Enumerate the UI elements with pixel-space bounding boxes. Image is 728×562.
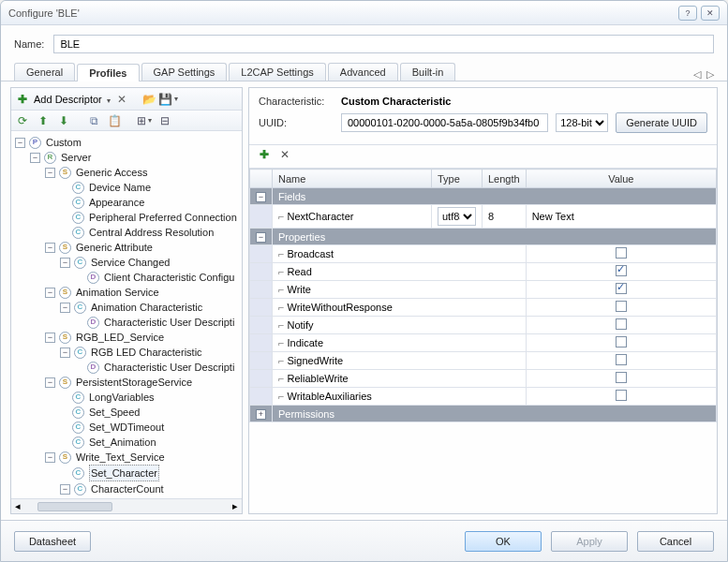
copy-icon[interactable]: ⧉ [86,113,101,128]
tab-next-icon[interactable]: ▷ [706,68,714,81]
prop-label: Read [288,266,312,277]
close-icon[interactable]: ✕ [701,6,720,21]
tab-general[interactable]: General [14,63,75,81]
tree-node[interactable]: Characteristic User Descripti [104,360,234,375]
titlebar: Configure 'BLE' ? ✕ [1,1,727,25]
tree-node[interactable]: Set_Speed [89,405,140,420]
apply-button[interactable]: Apply [551,531,628,552]
collapse-icon[interactable]: ⊟ [157,113,172,128]
tree-node[interactable]: RGB_LED_Service [76,330,164,345]
prop-label: ReliableWrite [288,373,349,384]
datasheet-button[interactable]: Datasheet [14,531,91,552]
right-panel: Characteristic: Custom Characteristic UU… [248,87,718,514]
tab-l2cap[interactable]: L2CAP Settings [229,63,325,81]
uuid-size-select[interactable]: 128-bit [556,113,608,132]
prop-checkbox[interactable] [616,247,627,259]
tree-node[interactable]: Set_Animation [89,435,156,450]
field-value[interactable]: New Text [526,205,716,229]
tree-node[interactable]: Server [61,150,91,165]
uuid-label: UUID: [259,117,334,128]
tree-node-selected[interactable]: Set_Character [89,465,159,481]
tree-node[interactable]: Generic Access [76,165,147,180]
prop-checkbox[interactable] [616,354,627,365]
prop-label: Indicate [288,337,324,348]
tree-node[interactable]: Set_WDTimeout [89,420,164,435]
profile-tree[interactable]: −PCustom −RServer −SGeneric Access CDevi… [13,135,240,498]
footer: Datasheet OK Apply Cancel [1,520,727,561]
tab-builtin[interactable]: Built-in [400,63,456,81]
uuid-input[interactable] [341,113,548,132]
tree-node[interactable]: PersistentStorageService [76,375,192,390]
add-field-icon[interactable]: ✚ [257,147,272,162]
tree-node[interactable]: Appearance [89,195,144,210]
characteristic-name: Custom Characteristic [341,96,451,107]
left-panel: ✚ Add Descriptor ✕ 📂 💾 ⟳ ⬆ ⬇ ⧉ 📋 ⊞ ⊟ −PC… [10,87,243,514]
name-label: Name: [14,38,44,50]
delete-field-icon[interactable]: ✕ [277,147,292,162]
prop-checkbox[interactable] [616,318,627,330]
tree-node[interactable]: Service Changed [91,255,170,270]
tree-expander[interactable]: − [15,138,25,148]
expand-icon[interactable]: ⊞ [137,113,152,128]
tree-node[interactable]: CharacterCount [91,481,164,496]
open-icon[interactable]: 📂 [142,92,157,107]
prop-checkbox[interactable] [616,390,627,401]
tree-node[interactable]: Generic Attribute [76,240,153,255]
ok-button[interactable]: OK [465,531,542,552]
add-icon: ✚ [15,92,30,107]
prop-label: SignedWrite [288,355,344,366]
prop-checkbox[interactable] [616,301,627,312]
field-name[interactable]: ⌐ NextCharacter [273,205,432,229]
tree-hscroll[interactable]: ◂ ▸ [11,498,242,513]
paste-icon[interactable]: 📋 [107,113,122,128]
prop-label: WriteWithoutResponse [288,302,393,313]
window-title: Configure 'BLE' [8,7,80,19]
tree-node[interactable]: Client Characteristic Configu [104,270,234,285]
help-icon[interactable]: ? [678,6,697,21]
col-name: Name [273,170,432,188]
tab-gap[interactable]: GAP Settings [141,63,228,81]
prop-checkbox[interactable] [616,336,627,348]
field-length[interactable]: 8 [483,205,527,229]
refresh-icon[interactable]: ⟳ [15,113,30,128]
up-icon[interactable]: ⬆ [36,113,51,128]
down-icon[interactable]: ⬇ [56,113,71,128]
prop-label: WritableAuxiliaries [288,391,372,402]
delete-icon[interactable]: ✕ [114,92,129,107]
section-properties: Properties [273,229,717,245]
scroll-right-icon[interactable]: ▸ [232,500,238,512]
tree-node[interactable]: Custom [46,135,82,150]
tree-node[interactable]: Animation Service [76,285,159,300]
add-descriptor-button[interactable]: Add Descriptor [34,94,111,105]
dialog-window: Configure 'BLE' ? ✕ Name: General Profil… [0,0,728,562]
fields-expander[interactable]: − [256,192,266,202]
prop-checkbox[interactable] [616,372,627,383]
tree-node[interactable]: RGB LED Characteristic [91,345,202,360]
prop-checkbox[interactable] [616,283,627,294]
field-type[interactable]: utf8s [432,205,483,229]
prop-checkbox[interactable] [616,265,627,276]
left-toolbar2: ⟳ ⬆ ⬇ ⧉ 📋 ⊞ ⊟ [11,111,242,131]
characteristic-label: Characteristic: [259,96,334,107]
tree-node[interactable]: Peripheral Preferred Connection [89,210,237,225]
generate-uuid-button[interactable]: Generate UUID [616,112,707,133]
tree-node[interactable]: Write_Text_Service [76,450,165,465]
prop-label: Write [288,284,311,295]
tree-node[interactable]: Device Name [89,180,151,195]
tab-profiles[interactable]: Profiles [77,64,139,81]
tree-node[interactable]: LongVariables [89,390,155,405]
left-toolbar: ✚ Add Descriptor ✕ 📂 💾 [11,88,242,111]
props-expander[interactable]: − [256,232,266,243]
save-icon[interactable]: 💾 [161,92,176,107]
tab-prev-icon[interactable]: ◁ [693,68,701,81]
cancel-button[interactable]: Cancel [637,531,714,552]
tree-node[interactable]: Characteristic User Descripti [104,315,234,330]
tree-node[interactable]: Animation Characteristic [91,300,202,315]
col-type: Type [432,170,483,188]
name-input[interactable] [53,35,714,53]
scroll-thumb[interactable] [37,502,112,511]
perms-expander[interactable]: + [256,409,266,420]
scroll-left-icon[interactable]: ◂ [15,500,21,512]
tab-advanced[interactable]: Advanced [328,63,398,81]
tree-node[interactable]: Central Address Resolution [89,225,214,240]
